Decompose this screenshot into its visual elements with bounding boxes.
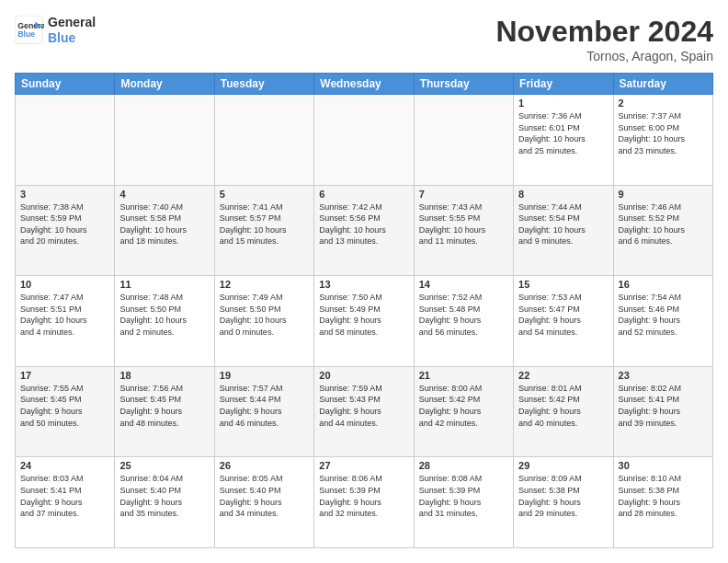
calendar-day: 12Sunrise: 7:49 AM Sunset: 5:50 PM Dayli… (214, 276, 313, 367)
week-row: 10Sunrise: 7:47 AM Sunset: 5:51 PM Dayli… (16, 276, 713, 367)
logo-icon: General Blue (15, 16, 44, 45)
day-info: Sunrise: 8:06 AM Sunset: 5:39 PM Dayligh… (319, 473, 408, 519)
day-number: 25 (119, 460, 209, 471)
calendar-day: 29Sunrise: 8:09 AM Sunset: 5:38 PM Dayli… (514, 457, 613, 548)
week-row: 17Sunrise: 7:55 AM Sunset: 5:45 PM Dayli… (16, 366, 713, 457)
day-number: 19 (220, 370, 309, 381)
day-info: Sunrise: 7:48 AM Sunset: 5:50 PM Dayligh… (119, 292, 209, 338)
day-number: 3 (20, 189, 109, 200)
calendar-day: 25Sunrise: 8:04 AM Sunset: 5:40 PM Dayli… (115, 457, 214, 548)
day-number: 1 (518, 98, 608, 109)
weekday-header: Saturday (613, 74, 712, 95)
day-info: Sunrise: 7:55 AM Sunset: 5:45 PM Dayligh… (20, 383, 109, 429)
calendar-day: 4Sunrise: 7:40 AM Sunset: 5:58 PM Daylig… (115, 185, 214, 276)
day-info: Sunrise: 7:53 AM Sunset: 5:47 PM Dayligh… (518, 292, 608, 338)
day-number: 10 (20, 279, 109, 290)
day-info: Sunrise: 8:00 AM Sunset: 5:42 PM Dayligh… (419, 383, 508, 429)
location: Tornos, Aragon, Spain (495, 49, 713, 63)
day-info: Sunrise: 7:50 AM Sunset: 5:49 PM Dayligh… (319, 292, 408, 338)
day-number: 20 (319, 370, 408, 381)
day-number: 24 (20, 460, 109, 471)
day-number: 28 (419, 460, 508, 471)
page: General Blue General Blue November 2024 … (0, 0, 728, 563)
calendar-day: 10Sunrise: 7:47 AM Sunset: 5:51 PM Dayli… (16, 276, 115, 367)
empty-day (314, 95, 414, 186)
weekday-header: Wednesday (314, 74, 414, 95)
calendar-day: 15Sunrise: 7:53 AM Sunset: 5:47 PM Dayli… (514, 276, 613, 367)
day-info: Sunrise: 8:02 AM Sunset: 5:41 PM Dayligh… (619, 383, 708, 429)
day-number: 21 (419, 370, 508, 381)
day-info: Sunrise: 7:47 AM Sunset: 5:51 PM Dayligh… (20, 292, 109, 338)
day-info: Sunrise: 7:57 AM Sunset: 5:44 PM Dayligh… (220, 383, 309, 429)
calendar-day: 19Sunrise: 7:57 AM Sunset: 5:44 PM Dayli… (214, 366, 313, 457)
title-block: November 2024 Tornos, Aragon, Spain (495, 15, 713, 63)
day-number: 11 (119, 279, 209, 290)
day-info: Sunrise: 7:52 AM Sunset: 5:48 PM Dayligh… (419, 292, 508, 338)
day-info: Sunrise: 8:03 AM Sunset: 5:41 PM Dayligh… (20, 473, 109, 519)
calendar-day: 2Sunrise: 7:37 AM Sunset: 6:00 PM Daylig… (613, 95, 712, 186)
day-number: 12 (220, 279, 309, 290)
month-title: November 2024 (495, 15, 713, 49)
weekday-header: Sunday (16, 74, 115, 95)
day-info: Sunrise: 7:41 AM Sunset: 5:57 PM Dayligh… (220, 201, 309, 247)
empty-day (214, 95, 313, 186)
day-number: 7 (419, 189, 508, 200)
header: General Blue General Blue November 2024 … (15, 15, 713, 63)
empty-day (414, 95, 513, 186)
day-number: 4 (119, 189, 209, 200)
calendar-day: 23Sunrise: 8:02 AM Sunset: 5:41 PM Dayli… (613, 366, 712, 457)
day-info: Sunrise: 8:04 AM Sunset: 5:40 PM Dayligh… (119, 473, 209, 519)
day-number: 5 (220, 189, 309, 200)
day-info: Sunrise: 8:05 AM Sunset: 5:40 PM Dayligh… (220, 473, 309, 519)
day-number: 8 (518, 189, 608, 200)
calendar-day: 14Sunrise: 7:52 AM Sunset: 5:48 PM Dayli… (414, 276, 513, 367)
empty-day (16, 95, 115, 186)
week-row: 1Sunrise: 7:36 AM Sunset: 6:01 PM Daylig… (16, 95, 713, 186)
calendar-day: 30Sunrise: 8:10 AM Sunset: 5:38 PM Dayli… (613, 457, 712, 548)
day-info: Sunrise: 7:49 AM Sunset: 5:50 PM Dayligh… (220, 292, 309, 338)
calendar-day: 26Sunrise: 8:05 AM Sunset: 5:40 PM Dayli… (214, 457, 313, 548)
weekday-header: Thursday (414, 74, 513, 95)
day-number: 22 (518, 370, 608, 381)
day-number: 26 (220, 460, 309, 471)
weekday-header: Monday (115, 74, 214, 95)
day-info: Sunrise: 7:40 AM Sunset: 5:58 PM Dayligh… (119, 201, 209, 247)
day-info: Sunrise: 7:59 AM Sunset: 5:43 PM Dayligh… (319, 383, 408, 429)
calendar-day: 22Sunrise: 8:01 AM Sunset: 5:42 PM Dayli… (514, 366, 613, 457)
logo: General Blue General Blue (15, 15, 96, 46)
day-number: 18 (119, 370, 209, 381)
svg-text:Blue: Blue (17, 29, 35, 39)
calendar-day: 18Sunrise: 7:56 AM Sunset: 5:45 PM Dayli… (115, 366, 214, 457)
day-info: Sunrise: 7:38 AM Sunset: 5:59 PM Dayligh… (20, 201, 109, 247)
svg-text:General: General (17, 20, 44, 29)
empty-day (115, 95, 214, 186)
calendar-day: 6Sunrise: 7:42 AM Sunset: 5:56 PM Daylig… (314, 185, 414, 276)
logo-blue: Blue (48, 30, 96, 46)
calendar-day: 24Sunrise: 8:03 AM Sunset: 5:41 PM Dayli… (16, 457, 115, 548)
day-number: 27 (319, 460, 408, 471)
day-info: Sunrise: 8:09 AM Sunset: 5:38 PM Dayligh… (518, 473, 608, 519)
logo-general: General (48, 15, 96, 30)
day-number: 23 (619, 370, 708, 381)
weekday-header-row: SundayMondayTuesdayWednesdayThursdayFrid… (16, 74, 713, 95)
day-number: 13 (319, 279, 408, 290)
weekday-header: Friday (514, 74, 613, 95)
calendar-day: 3Sunrise: 7:38 AM Sunset: 5:59 PM Daylig… (16, 185, 115, 276)
calendar-day: 9Sunrise: 7:46 AM Sunset: 5:52 PM Daylig… (613, 185, 712, 276)
day-info: Sunrise: 8:01 AM Sunset: 5:42 PM Dayligh… (518, 383, 608, 429)
day-number: 29 (518, 460, 608, 471)
weekday-header: Tuesday (214, 74, 313, 95)
day-info: Sunrise: 7:42 AM Sunset: 5:56 PM Dayligh… (319, 201, 408, 247)
day-number: 9 (619, 189, 708, 200)
week-row: 24Sunrise: 8:03 AM Sunset: 5:41 PM Dayli… (16, 457, 713, 548)
calendar-day: 5Sunrise: 7:41 AM Sunset: 5:57 PM Daylig… (214, 185, 313, 276)
day-number: 17 (20, 370, 109, 381)
calendar-day: 1Sunrise: 7:36 AM Sunset: 6:01 PM Daylig… (514, 95, 613, 186)
day-number: 6 (319, 189, 408, 200)
day-number: 16 (619, 279, 708, 290)
day-info: Sunrise: 8:08 AM Sunset: 5:39 PM Dayligh… (419, 473, 508, 519)
calendar-day: 17Sunrise: 7:55 AM Sunset: 5:45 PM Dayli… (16, 366, 115, 457)
day-info: Sunrise: 7:43 AM Sunset: 5:55 PM Dayligh… (419, 201, 508, 247)
calendar-day: 13Sunrise: 7:50 AM Sunset: 5:49 PM Dayli… (314, 276, 414, 367)
calendar-day: 21Sunrise: 8:00 AM Sunset: 5:42 PM Dayli… (414, 366, 513, 457)
